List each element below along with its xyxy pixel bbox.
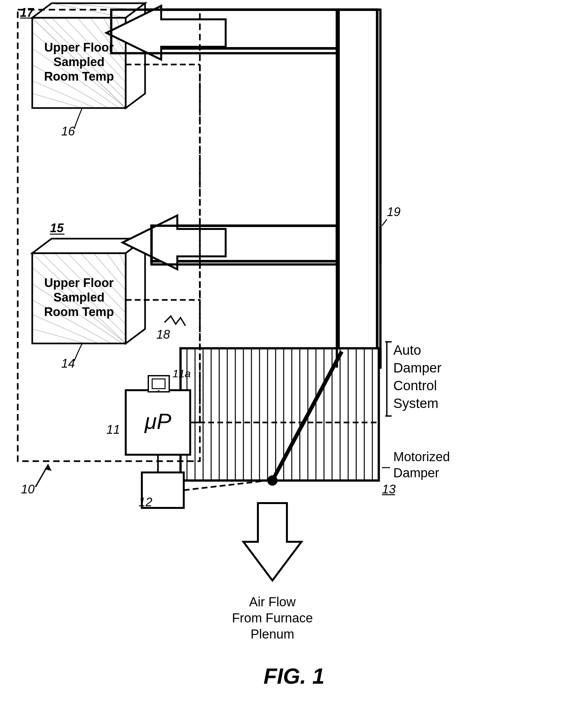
svg-text:Room Temp: Room Temp	[44, 305, 114, 318]
svg-text:Room Temp: Room Temp	[44, 70, 114, 83]
upper-floor-label-top: Upper Floor	[44, 41, 114, 54]
svg-text:Sampled: Sampled	[54, 291, 105, 304]
svg-text:Upper Floor: Upper Floor	[44, 276, 114, 290]
upper-floor-box-bottom: Upper Floor Sampled Room Temp	[32, 239, 145, 344]
svg-text:Plenum: Plenum	[251, 627, 294, 641]
diagram-container: Upper Floor Sampled Room Temp 17 16	[0, 0, 588, 704]
svg-text:System: System	[393, 396, 439, 411]
ref-19: 19	[387, 205, 400, 219]
svg-rect-52	[181, 348, 379, 480]
svg-text:Sampled: Sampled	[54, 55, 105, 69]
svg-text:Control: Control	[393, 378, 437, 393]
ref-16: 16	[61, 124, 75, 138]
svg-text:From Furnace: From Furnace	[232, 611, 313, 625]
furnace-duct	[181, 348, 379, 480]
svg-line-87	[184, 480, 268, 490]
ref-18: 18	[156, 328, 170, 341]
ref-12: 12	[139, 495, 152, 509]
ref-10: 10	[21, 482, 35, 496]
svg-text:Damper: Damper	[393, 466, 439, 480]
ref-14: 14	[61, 357, 75, 370]
svg-marker-27	[126, 239, 145, 344]
svg-line-89	[382, 219, 387, 226]
ref-11: 11	[107, 423, 120, 436]
microprocessor-label: μP	[144, 409, 172, 433]
ref-17: 17	[20, 6, 34, 19]
svg-point-80	[267, 475, 277, 486]
air-flow-label: Air Flow	[249, 595, 296, 609]
svg-marker-99	[243, 503, 302, 581]
svg-rect-83	[152, 379, 165, 389]
svg-rect-47	[337, 10, 380, 368]
motorized-damper-label: Motorized	[393, 450, 450, 464]
svg-text:Damper: Damper	[393, 360, 441, 375]
ref-11a: 11a	[173, 367, 191, 379]
svg-rect-0	[338, 10, 377, 364]
component-11a	[148, 376, 169, 392]
air-flow-arrow	[243, 503, 302, 581]
ref-15: 15	[50, 221, 64, 235]
microprocessor-box: μP	[126, 390, 190, 455]
auto-damper-label: Auto	[393, 343, 421, 358]
ref-13: 13	[382, 482, 396, 496]
fig-label: FIG. 1	[264, 664, 325, 688]
upper-floor-box-top: Upper Floor Sampled Room Temp	[32, 3, 145, 108]
